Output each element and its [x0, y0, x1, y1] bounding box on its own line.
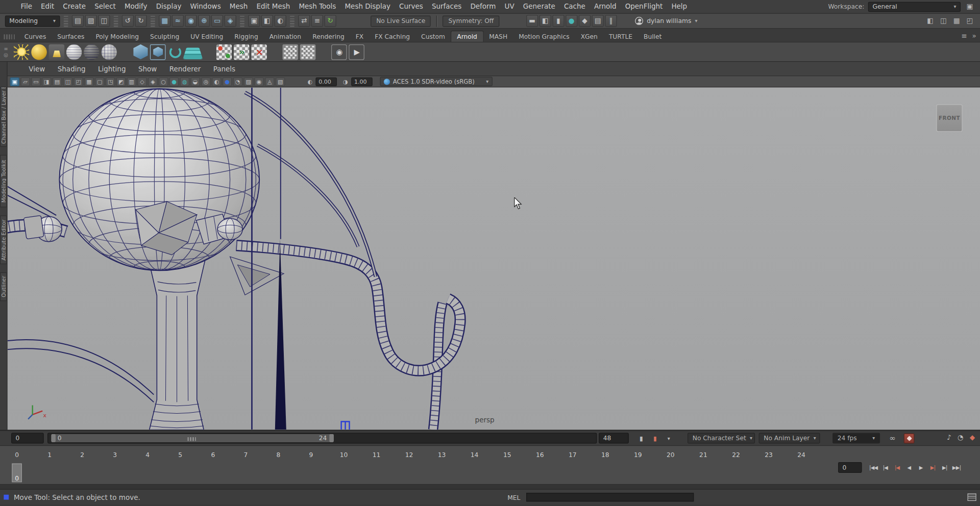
menu-curves[interactable]: Curves [395, 0, 427, 13]
mesh-light-icon[interactable] [48, 43, 65, 60]
bookmark-icon[interactable]: ▮ [636, 434, 647, 444]
view-bookmarks-icon[interactable]: ▤ [53, 77, 62, 86]
menu-mesh-tools[interactable]: Mesh Tools [295, 0, 340, 13]
photometric-light-icon[interactable] [66, 43, 83, 60]
crop-region-icon[interactable] [300, 43, 317, 60]
light-editor-icon[interactable]: ▤ [592, 15, 603, 27]
snap-to-view-planes-icon[interactable]: ▭ [211, 15, 223, 27]
textured-mode-icon[interactable]: ◍ [180, 77, 189, 86]
standin-export-icon[interactable] [150, 43, 167, 60]
range-start-handle[interactable] [51, 434, 56, 442]
audio-icon[interactable]: ♪ [947, 434, 951, 442]
menu-cache[interactable]: Cache [559, 0, 590, 13]
step-back-key-button[interactable]: |◀ [891, 462, 903, 473]
menu-display[interactable]: Display [152, 0, 186, 13]
modeling-toolkit-tab[interactable]: Modeling Toolkit [0, 155, 7, 208]
field-chart-icon[interactable]: ▥ [127, 77, 136, 86]
anim-layer-selector[interactable]: No Anim Layer ▾ [759, 433, 820, 444]
go-to-end-button[interactable]: ▶▶| [950, 462, 962, 473]
shelf-tab-uv-editing[interactable]: UV Editing [185, 31, 229, 42]
default-material-icon[interactable]: ◒ [190, 77, 200, 86]
range-slider[interactable]: 0 24 [47, 433, 597, 444]
add-bookmark-icon[interactable]: ▮ [650, 434, 660, 444]
menu-set-selector[interactable]: Modeling ▾ [5, 15, 60, 27]
shelf-tab-arnold[interactable]: Arnold [451, 31, 483, 42]
shelf-tab-fx-caching[interactable]: FX Caching [369, 31, 415, 42]
play-backwards-button[interactable]: ◀ [903, 462, 915, 473]
render-icon[interactable] [215, 43, 233, 60]
view-cube-front[interactable]: FRONT [936, 104, 962, 132]
shelf-tab-surfaces[interactable]: Surfaces [52, 31, 90, 42]
command-line-label[interactable]: MEL [507, 494, 520, 500]
panel-menu-show[interactable]: Show [132, 65, 163, 73]
timeline-ruler[interactable]: 0123456789101112131415161718192021222324 [0, 446, 980, 484]
shelf-tab-curves[interactable]: Curves [19, 31, 52, 42]
menu-file[interactable]: File [16, 0, 37, 13]
skydome-light-icon[interactable] [13, 43, 31, 60]
menu-surfaces[interactable]: Surfaces [427, 0, 465, 13]
playback-options-icon[interactable]: ◔ [958, 434, 964, 442]
shelf-overflow-icon[interactable]: » [972, 32, 976, 40]
shelf-tab-mash[interactable]: MASH [483, 31, 513, 42]
menu-openflight[interactable]: OpenFlight [621, 0, 667, 13]
shelf-tab-sculpting[interactable]: Sculpting [144, 31, 185, 42]
step-forward-key-button[interactable]: ▶| [927, 462, 939, 473]
camera-lock-icon[interactable]: ▭ [31, 77, 40, 86]
shelf-tab-bullet[interactable]: Bullet [638, 31, 667, 42]
toolbar-grip[interactable] [290, 15, 295, 27]
workspace-settings-icon[interactable]: ▣ [964, 2, 975, 12]
grease-pencil-icon[interactable]: ▱ [20, 77, 30, 86]
shelf-tab-animation[interactable]: Animation [264, 31, 307, 42]
auto-keyframe-button[interactable] [904, 434, 915, 444]
live-surface-field[interactable]: No Live Surface [371, 15, 431, 27]
playback-range[interactable]: 0 24 [51, 434, 333, 442]
physical-sky-icon[interactable] [101, 43, 118, 60]
gamma-field[interactable]: 1.00 [351, 77, 373, 86]
open-render-view-icon[interactable]: ▬ [526, 15, 538, 27]
light-portal-icon[interactable] [83, 43, 101, 60]
depth-of-field-icon[interactable]: ◉ [254, 77, 263, 86]
open-scene-icon[interactable]: ▨ [85, 15, 97, 27]
snap-to-grid-icon[interactable]: ▦ [159, 15, 170, 27]
animation-start-field[interactable]: 0 [11, 433, 44, 444]
save-scene-icon[interactable]: ◫ [98, 15, 110, 27]
shelf-editor-icon[interactable]: ◎ [4, 53, 8, 57]
ipr-render-icon[interactable]: ▮ [552, 15, 564, 27]
hypershade-icon[interactable]: ◆ [579, 15, 591, 27]
snap-to-curves-icon[interactable]: ≈ [172, 15, 184, 27]
play-forwards-button[interactable]: ▶ [915, 462, 927, 473]
flush-cache-icon[interactable] [184, 43, 202, 60]
panel-menu-shading[interactable]: Shading [52, 65, 92, 73]
stop-ipr-icon[interactable] [251, 43, 268, 60]
panel-menu-renderer[interactable]: Renderer [163, 65, 207, 73]
shelf-options-icon[interactable]: ≡ [961, 32, 967, 40]
snap-to-points-icon[interactable]: ◉ [185, 15, 197, 27]
single-pane-layout-icon[interactable]: ◧ [925, 16, 936, 26]
shelf-menu-icon[interactable]: ≡ [4, 46, 8, 51]
resolution-gate-icon[interactable]: ◳ [106, 77, 115, 86]
selected-tool-icon[interactable]: ▣ [10, 77, 19, 86]
character-set-selector[interactable]: No Character Set ▾ [688, 433, 755, 444]
current-frame-marker[interactable]: 0 [12, 464, 22, 483]
outliner-tab[interactable]: Outliner [0, 272, 7, 301]
new-scene-icon[interactable]: ▤ [72, 15, 84, 27]
menu-generate[interactable]: Generate [519, 0, 559, 13]
grid-toggle-icon[interactable]: ▦ [84, 77, 93, 86]
menu-select[interactable]: Select [90, 0, 120, 13]
make-live-icon[interactable]: ◈ [225, 15, 236, 27]
fps-selector[interactable]: 24 fps ▾ [832, 433, 880, 444]
occlusion-icon[interactable]: ● [223, 77, 232, 86]
highlight-selection-icon[interactable]: ◐ [275, 15, 286, 27]
viewport-3d[interactable]: x FRONT persp [8, 87, 980, 429]
anti-alias-icon[interactable]: ▨ [244, 77, 253, 86]
shelf-tab-turtle[interactable]: TURTLE [603, 31, 638, 42]
shadows-toggle-icon[interactable]: ◐ [212, 77, 221, 86]
menu-create[interactable]: Create [59, 0, 90, 13]
shelf-collapse-grip[interactable] [4, 34, 15, 39]
playback-loop-icon[interactable]: ∞ [888, 434, 898, 444]
volume-icon[interactable] [167, 43, 184, 60]
wireframe-mode-icon[interactable]: ○ [159, 77, 168, 86]
safe-title-icon[interactable]: ◈ [148, 77, 157, 86]
object-mode-icon[interactable]: ▣ [248, 15, 260, 27]
arnold-renderview-icon[interactable] [282, 43, 299, 60]
